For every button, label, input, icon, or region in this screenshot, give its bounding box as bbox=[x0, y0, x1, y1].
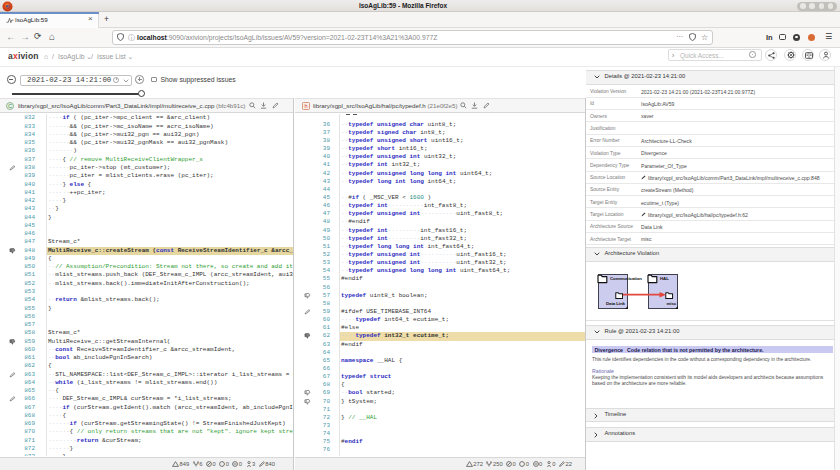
svg-text:C: C bbox=[8, 103, 12, 109]
svg-text:h: h bbox=[304, 103, 307, 109]
